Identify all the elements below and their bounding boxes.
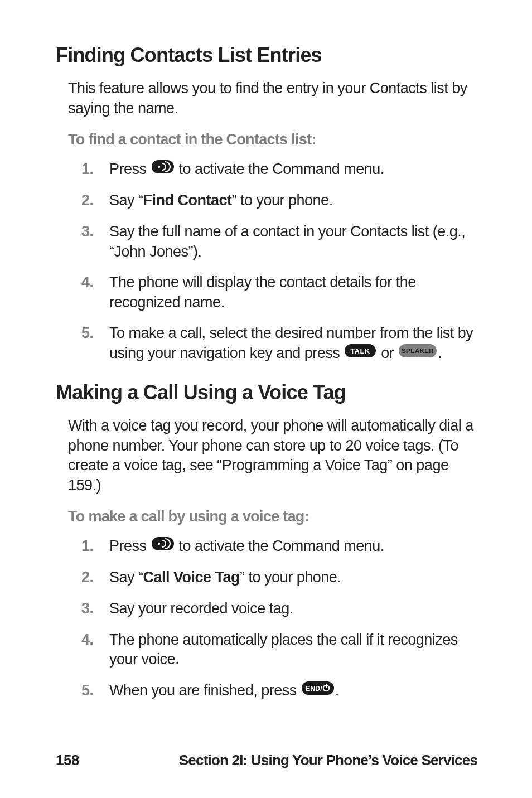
step-a4: The phone will display the contact detai… <box>81 273 482 312</box>
heading-finding-contacts: Finding Contacts List Entries <box>56 43 482 66</box>
step-b2-bold: Call Voice Tag <box>143 569 240 586</box>
step-b1: Press to activate the Command menu. <box>81 536 482 557</box>
section-b-body: With a voice tag you record, your phone … <box>56 416 482 701</box>
section-a-body: This feature allows you to find the entr… <box>56 79 482 364</box>
voice-key-icon <box>152 536 174 556</box>
svg-text:TALK: TALK <box>350 347 370 355</box>
speaker-key-icon: SPEAKER <box>399 343 437 363</box>
manual-page: Finding Contacts List Entries This featu… <box>0 0 532 798</box>
intro-b: With a voice tag you record, your phone … <box>68 416 482 496</box>
step-b5: When you are finished, press END/. <box>81 681 482 702</box>
voice-key-icon <box>152 159 174 179</box>
svg-point-7 <box>157 543 159 545</box>
step-b2-text-a: Say “ <box>109 569 143 586</box>
heading-voice-tag: Making a Call Using a Voice Tag <box>56 381 482 404</box>
step-a2-text-a: Say “ <box>109 192 143 209</box>
step-a5-text-b: or <box>377 345 398 361</box>
step-a3: Say the full name of a contact in your C… <box>81 222 482 262</box>
step-b1-text-a: Press <box>109 538 151 554</box>
step-a2-bold: Find Contact <box>143 192 232 209</box>
page-number: 158 <box>56 752 79 769</box>
page-footer: 158 Section 2I: Using Your Phone’s Voice… <box>56 752 477 769</box>
step-a1-text-b: to activate the Command menu. <box>175 161 384 177</box>
step-b2: Say “Call Voice Tag” to your phone. <box>81 568 482 588</box>
steps-b: Press to activate the Command menu. Say … <box>68 536 482 702</box>
talk-key-icon: TALK <box>345 343 376 363</box>
step-a5: To make a call, select the desired numbe… <box>81 323 482 364</box>
step-b5-text-b: . <box>335 682 339 699</box>
step-b5-text-a: When you are finished, press <box>109 682 301 699</box>
step-a2-text-b: ” to your phone. <box>232 192 333 209</box>
step-b4: The phone automatically places the call … <box>81 630 482 670</box>
step-a5-text-c: . <box>438 345 442 361</box>
svg-text:END/: END/ <box>306 684 322 692</box>
svg-text:SPEAKER: SPEAKER <box>402 347 434 354</box>
step-a2: Say “Find Contact” to your phone. <box>81 191 482 211</box>
step-a1: Press to activate the Command menu. <box>81 159 482 180</box>
subhead-b: To make a call by using a voice tag: <box>68 508 482 525</box>
subhead-a: To find a contact in the Contacts list: <box>68 131 482 148</box>
svg-point-1 <box>157 166 159 168</box>
steps-a: Press to activate the Command menu. Say … <box>68 159 482 364</box>
footer-section-title: Section 2I: Using Your Phone’s Voice Ser… <box>179 752 477 769</box>
step-b3: Say your recorded voice tag. <box>81 599 482 619</box>
step-a1-text-a: Press <box>109 161 151 177</box>
intro-a: This feature allows you to find the entr… <box>68 79 482 118</box>
end-key-icon: END/ <box>302 680 334 700</box>
step-b2-text-b: ” to your phone. <box>240 569 341 586</box>
step-b1-text-b: to activate the Command menu. <box>175 538 384 554</box>
